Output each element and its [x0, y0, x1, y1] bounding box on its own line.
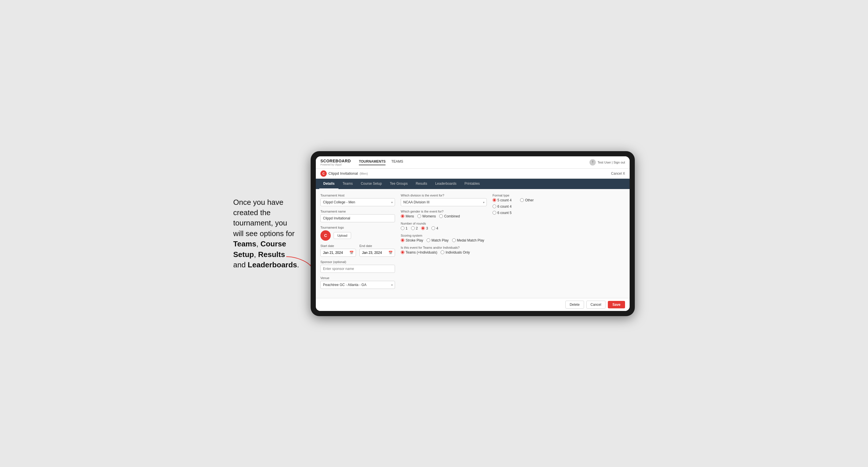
gender-combined[interactable]: Combined — [439, 214, 460, 218]
date-row: Start date 📅 End date 📅 — [320, 244, 395, 257]
gender-combined-radio[interactable] — [439, 214, 443, 218]
user-avatar: T — [589, 159, 596, 165]
nav-teams[interactable]: TEAMS — [391, 159, 403, 165]
sponsor-input[interactable] — [320, 265, 395, 273]
individuals-only-radio[interactable] — [441, 250, 444, 254]
gender-womens-radio[interactable] — [417, 214, 421, 218]
cancel-top-button[interactable]: Cancel X — [611, 172, 625, 176]
tournament-name: Clippd Invitational — [329, 171, 358, 176]
logo-area: SCOREBOARD Powered by clippd — [320, 159, 351, 166]
venue-select[interactable]: Peachtree GC - Atlanta - GA — [320, 281, 395, 289]
format-5count4-label: 5 count 4 — [497, 198, 512, 202]
scoring-match-radio[interactable] — [427, 238, 430, 242]
tabs-bar: Details Teams Course Setup Tee Groups Re… — [316, 179, 630, 189]
format-other-radio[interactable] — [520, 198, 524, 202]
tablet-device: SCOREBOARD Powered by clippd TOURNAMENTS… — [311, 151, 635, 316]
tab-results[interactable]: Results — [412, 179, 431, 189]
upload-button[interactable]: Upload — [334, 232, 351, 239]
cancel-button[interactable]: Cancel — [586, 301, 606, 309]
rounds-label: Number of rounds — [401, 222, 487, 225]
scoring-medal-radio[interactable] — [452, 238, 456, 242]
top-navigation: SCOREBOARD Powered by clippd TOURNAMENTS… — [316, 156, 630, 169]
tab-tee-groups[interactable]: Tee Groups — [386, 179, 412, 189]
rounds-group: Number of rounds 1 2 — [401, 222, 487, 230]
division-select[interactable]: NCAA Division III — [401, 198, 487, 206]
instruction-text: Once you have created the tournament, yo… — [233, 197, 299, 270]
scoring-radio-group: Stroke Play Match Play Medal Match Play — [401, 238, 487, 242]
rounds-1-radio[interactable] — [401, 226, 404, 230]
tab-teams[interactable]: Teams — [339, 179, 356, 189]
format-6count4[interactable]: 6 count 4 — [493, 205, 512, 209]
teams-plus-label: Teams (+Individuals) — [406, 250, 437, 254]
format-6count5-radio[interactable] — [493, 211, 496, 215]
teams-plus-individuals[interactable]: Teams (+Individuals) — [401, 250, 437, 254]
format-6count4-label: 6 count 4 — [497, 205, 512, 209]
format-6count4-radio[interactable] — [493, 205, 496, 208]
format-6count5[interactable]: 6 count 5 — [493, 211, 512, 215]
scoring-stroke[interactable]: Stroke Play — [401, 238, 423, 242]
gender-mens[interactable]: Mens — [401, 214, 414, 218]
rounds-1[interactable]: 1 — [401, 226, 408, 230]
gender-mens-radio[interactable] — [401, 214, 404, 218]
tab-details[interactable]: Details — [319, 179, 339, 189]
rounds-2[interactable]: 2 — [411, 226, 418, 230]
tournament-logo-group: Tournament logo C Upload — [320, 226, 395, 241]
format-6count5-label: 6 count 5 — [497, 211, 512, 215]
teams-plus-radio[interactable] — [401, 250, 404, 254]
tablet-screen: SCOREBOARD Powered by clippd TOURNAMENTS… — [316, 156, 630, 311]
gender-womens-label: Womens — [422, 214, 436, 218]
format-5count4[interactable]: 5 count 4 — [493, 198, 512, 202]
tab-course-setup[interactable]: Course Setup — [357, 179, 386, 189]
gender-womens[interactable]: Womens — [417, 214, 436, 218]
tournament-host-select[interactable]: Clippd College - Men — [320, 198, 395, 206]
venue-select-wrapper: Peachtree GC - Atlanta - GA — [320, 281, 395, 289]
sponsor-label: Sponsor (optional) — [320, 260, 395, 263]
format-type-options: 5 count 4 6 count 4 6 count 5 — [493, 198, 625, 215]
rounds-4-radio[interactable] — [431, 226, 435, 230]
format-other-label: Other — [525, 198, 533, 202]
tournament-title: C Clippd Invitational (Men) — [320, 170, 368, 177]
end-date-wrapper: 📅 — [360, 249, 395, 257]
teams-individuals-group: Is this event for Teams and/or Individua… — [401, 246, 487, 254]
left-column: Tournament Host Clippd College - Men Tou… — [320, 194, 395, 293]
user-text[interactable]: Test User | Sign out — [597, 161, 625, 164]
rounds-3[interactable]: 3 — [421, 226, 428, 230]
scoring-stroke-label: Stroke Play — [406, 238, 423, 242]
sponsor-group: Sponsor (optional) — [320, 260, 395, 273]
logo-upload-area: C Upload — [320, 230, 395, 241]
tournament-logo-label: Tournament logo — [320, 226, 395, 229]
tournament-icon: C — [320, 170, 327, 177]
tournament-header: C Clippd Invitational (Men) Cancel X — [316, 169, 630, 179]
format-5count4-radio[interactable] — [493, 198, 496, 202]
tournament-gender-tag: (Men) — [360, 172, 368, 175]
gender-label: Which gender is the event for? — [401, 210, 487, 213]
scoring-stroke-radio[interactable] — [401, 238, 404, 242]
rounds-3-label: 3 — [426, 226, 428, 230]
calendar-icon-end: 📅 — [389, 251, 393, 255]
tournament-host-label: Tournament Host — [320, 194, 395, 197]
scoring-match[interactable]: Match Play — [427, 238, 448, 242]
rounds-4[interactable]: 4 — [431, 226, 438, 230]
venue-label: Venue — [320, 276, 395, 280]
user-area: T Test User | Sign out — [589, 159, 625, 165]
format-type-right: Other — [520, 198, 533, 215]
tab-printables[interactable]: Printables — [460, 179, 484, 189]
scoring-medal[interactable]: Medal Match Play — [452, 238, 484, 242]
rounds-3-radio[interactable] — [421, 226, 425, 230]
delete-button[interactable]: Delete — [565, 301, 584, 309]
format-other[interactable]: Other — [520, 198, 533, 202]
tournament-name-input[interactable] — [320, 214, 395, 222]
save-button[interactable]: Save — [608, 301, 625, 308]
scoring-medal-label: Medal Match Play — [457, 238, 484, 242]
gender-mens-label: Mens — [406, 214, 414, 218]
rounds-radio-group: 1 2 3 4 — [401, 226, 487, 230]
content-area: Tournament Host Clippd College - Men Tou… — [316, 189, 630, 298]
scoring-label: Scoring system — [401, 234, 487, 237]
tab-leaderboards[interactable]: Leaderboards — [431, 179, 460, 189]
rounds-2-radio[interactable] — [411, 226, 415, 230]
division-group: Which division is the event for? NCAA Di… — [401, 194, 487, 206]
nav-tournaments[interactable]: TOURNAMENTS — [359, 159, 385, 165]
format-type-group: Format type 5 count 4 6 count 4 — [493, 194, 625, 215]
individuals-only[interactable]: Individuals Only — [441, 250, 470, 254]
tournament-name-label: Tournament name — [320, 210, 395, 213]
